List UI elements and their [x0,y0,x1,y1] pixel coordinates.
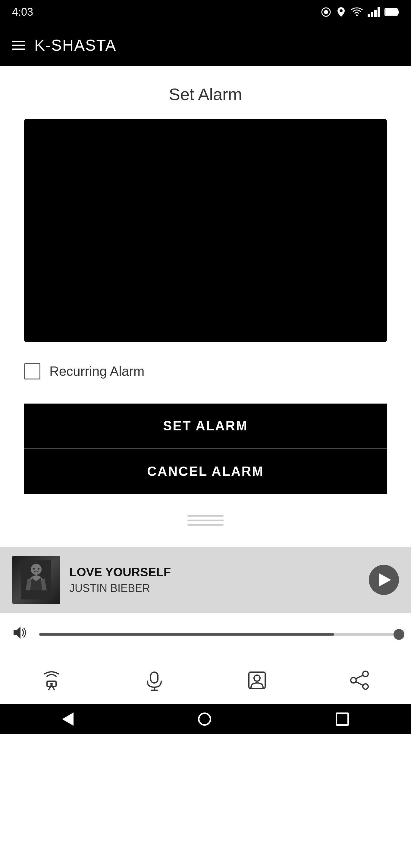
volume-thumb[interactable] [393,629,404,640]
cancel-alarm-button[interactable]: CANCEL ALARM [24,449,387,494]
track-artist: JUSTIN BIEBER [69,582,360,595]
location-icon [336,7,346,18]
back-button[interactable] [62,712,73,726]
bottom-nav [0,656,411,704]
volume-fill [39,633,334,636]
svg-rect-19 [151,672,158,683]
recurring-alarm-label: Recurring Alarm [50,364,144,379]
page-title: Set Alarm [24,84,387,104]
volume-icon [12,625,30,644]
main-content: Set Alarm Recurring Alarm SET ALARM CANC… [0,66,411,547]
mic-icon [144,670,165,691]
drag-handle [24,506,387,535]
svg-point-3 [356,14,358,16]
track-title: LOVE YOURSELF [69,565,360,579]
radio-button[interactable] [35,664,68,697]
status-icons [321,7,399,18]
svg-point-2 [340,9,343,12]
svg-line-27 [356,675,363,679]
album-art-image [21,560,51,599]
svg-rect-6 [374,10,377,17]
recent-button[interactable] [336,712,349,726]
svg-point-12 [31,564,41,575]
svg-point-18 [50,683,53,685]
recurring-alarm-checkbox[interactable] [24,363,40,379]
svg-line-28 [356,682,363,685]
status-bar: 4:03 [0,0,411,24]
svg-point-16 [38,568,39,569]
svg-point-23 [254,675,260,681]
mic-button[interactable] [138,664,171,697]
share-button[interactable] [343,664,376,697]
signal-icon [368,7,380,18]
radio-icon [41,670,62,691]
toolbar-title: K-SHASTA [34,36,116,54]
volume-row [0,613,411,656]
share-icon [349,670,370,691]
wifi-icon [351,7,363,18]
status-time: 4:03 [12,6,33,19]
home-button[interactable] [198,712,211,726]
svg-point-15 [33,568,35,569]
svg-point-24 [363,671,368,677]
set-alarm-button[interactable]: SET ALARM [24,404,387,449]
svg-rect-4 [368,14,370,17]
track-info: LOVE YOURSELF JUSTIN BIEBER [69,565,360,595]
time-picker-area[interactable] [24,119,387,342]
svg-point-1 [324,10,328,14]
svg-rect-10 [385,9,397,15]
battery-icon [384,7,399,17]
svg-point-26 [363,684,368,689]
svg-rect-9 [398,10,399,13]
menu-icon[interactable] [12,41,25,50]
svg-point-25 [351,678,356,683]
contact-icon [247,670,267,691]
svg-rect-7 [378,7,380,17]
play-button[interactable] [369,565,399,595]
recurring-alarm-row: Recurring Alarm [24,360,387,382]
album-art [12,556,60,604]
alarm-buttons: SET ALARM CANCEL ALARM [24,404,387,494]
now-playing-bar: LOVE YOURSELF JUSTIN BIEBER [0,547,411,613]
android-nav [0,704,411,734]
contact-button[interactable] [241,664,274,697]
svg-rect-5 [371,12,373,17]
toolbar: K-SHASTA [0,24,411,66]
play-icon [379,573,391,587]
volume-track[interactable] [39,633,399,636]
record-icon [321,7,331,18]
svg-rect-14 [24,589,48,599]
